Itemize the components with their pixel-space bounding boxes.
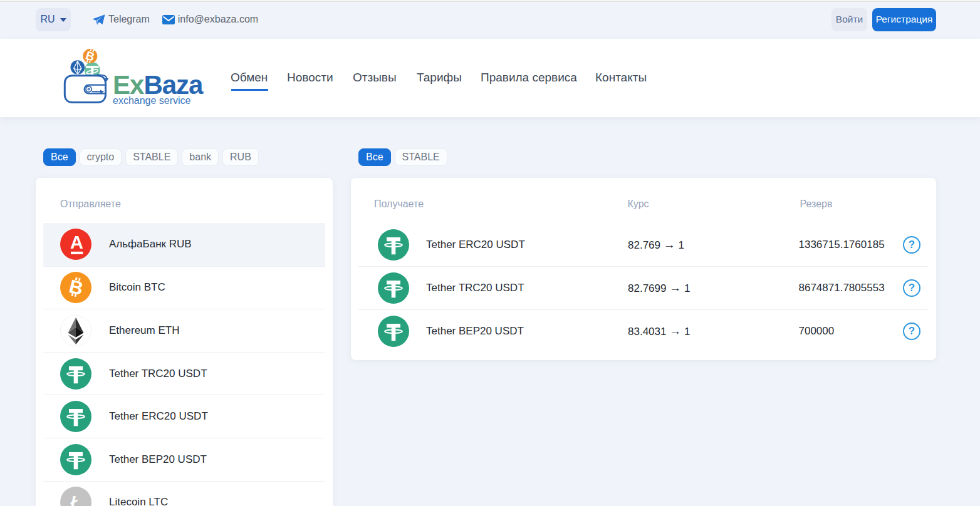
- svg-text:exchange service: exchange service: [113, 95, 191, 106]
- svg-text:Ł: Ł: [70, 492, 81, 506]
- svg-text:А: А: [70, 232, 83, 252]
